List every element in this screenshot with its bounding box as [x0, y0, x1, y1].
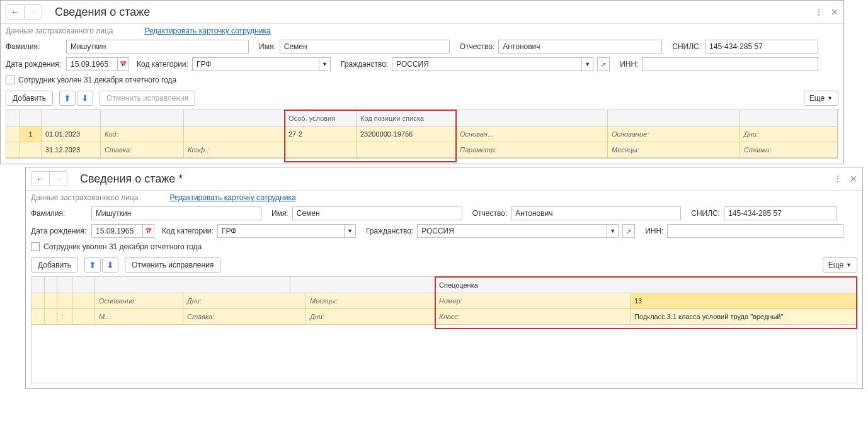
inn-input[interactable]: [642, 57, 818, 71]
klass: Класс:: [435, 309, 631, 324]
patronymic-input[interactable]: Антонович: [511, 206, 681, 220]
calendar-icon[interactable]: 📅: [142, 225, 154, 237]
citizenship-input[interactable]: РОССИЯ ▼: [417, 224, 619, 238]
table-row[interactable]: : М… Ставка: Дни: Класс: Подкласс 3.1 кл…: [31, 309, 857, 325]
nomer-value: 13: [631, 293, 857, 308]
edit-employee-link[interactable]: Редактировать карточку сотрудника: [169, 193, 295, 202]
window-controls: ⋮ ✕: [833, 174, 857, 184]
surname-label: Фамилия:: [6, 42, 62, 51]
koef-label: Коэф.:: [184, 142, 285, 157]
fired-checkbox[interactable]: [6, 76, 14, 84]
forward-button[interactable]: →: [49, 172, 67, 186]
sub-header: Данные застрахованного лица Редактироват…: [1, 24, 843, 38]
table-row[interactable]: Основание: Дни: Месяцы: Номер: 13: [31, 293, 857, 309]
cancel-corrections-button[interactable]: Отменить исправления: [125, 257, 220, 273]
open-external-icon[interactable]: ↗: [597, 57, 610, 71]
osob-value: 27-2: [285, 127, 357, 142]
name-input[interactable]: Семен: [280, 40, 450, 54]
nav-buttons: ← →: [6, 4, 42, 20]
form-row-birth: Дата рождения: 15.09.1965 📅 Код категори…: [1, 55, 843, 73]
more-menu-icon[interactable]: ⋮: [814, 7, 823, 17]
window-1: ← → Сведения о стаже ⋮ ✕ Данные застрахо…: [0, 0, 844, 164]
m: М…: [95, 309, 183, 324]
move-down-button[interactable]: ⬇: [77, 91, 93, 106]
window-2: ← → Сведения о стаже * ⋮ ✕ Данные застра…: [25, 167, 863, 389]
mes: Месяцы:: [608, 142, 740, 157]
forward-button[interactable]: →: [24, 5, 42, 19]
table-row[interactable]: 1 01.01.2023 Код: 27-2 23200000-19756 Ос…: [6, 127, 838, 142]
citizenship-label: Гражданство:: [366, 227, 413, 235]
move-up-button[interactable]: ⬆: [59, 91, 76, 106]
calendar-icon[interactable]: 📅: [117, 58, 128, 70]
cancel-corrections-button[interactable]: Отменить исправления: [100, 91, 195, 106]
stavka-label: Ставка:: [101, 142, 184, 157]
inn-label: ИНН:: [620, 60, 638, 69]
add-button[interactable]: Добавить: [6, 91, 53, 106]
sub-header: Данные застрахованного лица Редактироват…: [26, 191, 862, 205]
table-header: Особ. условия Код позиции списка: [6, 110, 838, 127]
name-label: Имя:: [259, 42, 276, 51]
surname-label: Фамилия:: [31, 209, 88, 218]
edit-employee-link[interactable]: Редактировать карточку сотрудника: [144, 26, 270, 35]
table-1: Особ. условия Код позиции списка 1 01.01…: [6, 110, 838, 159]
window-title: Сведения о стаже *: [80, 172, 183, 186]
close-icon[interactable]: ✕: [850, 174, 857, 184]
inn-label: ИНН:: [645, 227, 663, 235]
window-title: Сведения о стаже: [55, 6, 150, 19]
category-input[interactable]: ГРФ ▼: [192, 57, 331, 71]
snils-label: СНИЛС:: [672, 42, 701, 51]
stavka2: Ставка:: [740, 142, 838, 157]
titlebar: ← → Сведения о стаже ⋮ ✕: [1, 1, 843, 24]
table-header: Спецоценка: [31, 277, 857, 293]
category-label: Код категории:: [162, 227, 214, 235]
kod-poz-value: 23200000-19756: [357, 127, 456, 142]
form-row-birth: Дата рождения: 15.09.1965 📅 Код категори…: [26, 222, 862, 240]
form-row-name: Фамилия: Мишуткин Имя: Семен Отчество: А…: [1, 38, 843, 55]
citizenship-input[interactable]: РОССИЯ ▼: [392, 57, 593, 71]
snils-input[interactable]: 145-434-285 57: [705, 40, 818, 54]
inn-input[interactable]: [667, 224, 843, 238]
back-button[interactable]: ←: [31, 172, 49, 186]
nomer: Номер:: [435, 293, 631, 308]
more-button[interactable]: Еще ▼: [804, 91, 838, 106]
open-external-icon[interactable]: ↗: [622, 224, 635, 238]
table-row[interactable]: 31.12.2023 Ставка: Коэф.: Параметр: Меся…: [6, 142, 838, 158]
move-up-button[interactable]: ⬆: [84, 257, 101, 273]
add-button[interactable]: Добавить: [31, 257, 78, 273]
category-input[interactable]: ГРФ ▼: [217, 224, 356, 238]
insured-data-label: Данные застрахованного лица: [6, 26, 113, 35]
more-button[interactable]: Еще ▼: [823, 257, 857, 273]
toolbar: Добавить ⬆ ⬇ Отменить исправления Еще ▼: [1, 87, 843, 110]
chevron-down-icon[interactable]: ▼: [319, 58, 330, 70]
stavka: Ставка:: [183, 309, 306, 324]
chevron-down-icon[interactable]: ▼: [581, 58, 593, 70]
table-2: Спецоценка Основание: Дни: Месяцы: Номер…: [31, 276, 857, 383]
nav-buttons: ← →: [31, 171, 67, 186]
birthdate-input[interactable]: 15.09.1965 📅: [91, 224, 154, 238]
window-controls: ⋮ ✕: [814, 7, 838, 17]
birthdate-input[interactable]: 15.09.1965 📅: [66, 57, 129, 71]
close-icon[interactable]: ✕: [831, 7, 838, 17]
insured-data-label: Данные застрахованного лица: [31, 193, 138, 202]
fired-checkbox-row: Сотрудник уволен 31 декабря отчетного го…: [1, 73, 843, 87]
surname-input[interactable]: Мишуткин: [66, 40, 249, 54]
snils-label: СНИЛС:: [691, 209, 720, 218]
row-num: 1: [20, 127, 42, 142]
fired-checkbox[interactable]: [31, 242, 40, 251]
birthdate-label: Дата рождения:: [31, 227, 88, 235]
chevron-down-icon[interactable]: ▼: [344, 225, 355, 237]
patronymic-input[interactable]: Антонович: [498, 40, 662, 54]
osnov1: Основан…: [456, 127, 608, 142]
surname-input[interactable]: Мишуткин: [91, 206, 261, 220]
dni2: Дни:: [306, 309, 435, 324]
kod-label: Код:: [101, 127, 184, 142]
move-down-button[interactable]: ⬇: [102, 257, 118, 273]
back-button[interactable]: ←: [6, 5, 24, 19]
th-osob: Особ. условия: [285, 110, 357, 126]
more-menu-icon[interactable]: ⋮: [833, 174, 842, 184]
name-input[interactable]: Семен: [292, 206, 462, 220]
snils-input[interactable]: 145-434-285 57: [724, 206, 837, 220]
chevron-down-icon[interactable]: ▼: [607, 225, 618, 237]
birthdate-label: Дата рождения:: [6, 60, 62, 69]
date-to: 31.12.2023: [42, 142, 101, 157]
